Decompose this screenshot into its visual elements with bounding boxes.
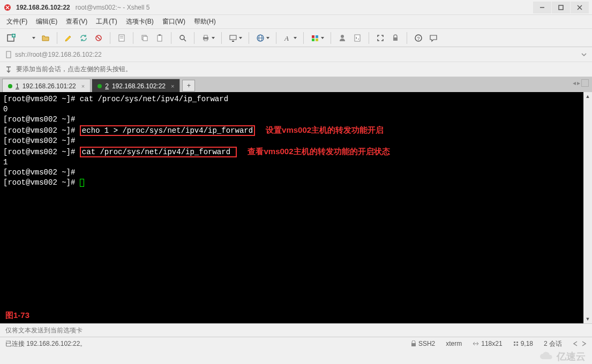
new-session-dropdown-icon[interactable] (20, 32, 32, 44)
tab-num: 2 (105, 82, 109, 90)
svg-text:A: A (284, 34, 289, 42)
menu-window[interactable]: 窗口(W) (162, 17, 185, 26)
help-icon[interactable]: ? (413, 32, 424, 44)
feedback-icon[interactable] (428, 32, 439, 44)
find-icon[interactable] (177, 32, 189, 44)
highlighted-cmd: echo 1 > /proc/sys/net/ipv4/ip_forward (80, 125, 255, 136)
menu-tools[interactable]: 工具(T) (96, 17, 117, 26)
user-icon[interactable] (336, 32, 348, 44)
svg-rect-25 (312, 39, 314, 41)
fullscreen-icon[interactable] (374, 32, 386, 44)
status-bar: 已连接 192.168.26.102:22。 SSH2 xterm 118x21… (0, 337, 592, 350)
tab-next-icon[interactable]: ▸ (577, 79, 580, 87)
tip-text: 要添加当前会话，点击左侧的箭头按钮。 (16, 65, 132, 74)
tip-arrow-icon[interactable] (5, 66, 13, 73)
minimize-button[interactable] (533, 2, 551, 13)
svg-rect-35 (516, 342, 518, 343)
svg-rect-16 (204, 35, 207, 37)
svg-rect-29 (393, 37, 398, 41)
menu-view[interactable]: 查看(V) (66, 17, 87, 26)
svg-rect-34 (514, 342, 515, 343)
cmd: cat /proc/sys/net/ipv4/ip_forward (80, 95, 228, 103)
highlighted-cmd: cat /proc/sys/net/ipv4/ip_forward (80, 147, 237, 157)
close-button[interactable] (571, 2, 589, 13)
print-icon[interactable] (200, 32, 212, 44)
color-icon[interactable] (309, 32, 321, 44)
reconnect-icon[interactable] (78, 32, 89, 44)
tab-num: 1 (16, 82, 19, 90)
scrollbar[interactable]: ▴ ▾ (583, 92, 592, 323)
address-bar: ssh://root@192.168.26.102:22 (0, 47, 592, 62)
svg-rect-12 (159, 34, 161, 36)
menu-file[interactable]: 文件(F) (6, 17, 27, 26)
prompt: [root@vms002 ~]# (3, 126, 80, 135)
terminal[interactable]: [root@vms002 ~]# cat /proc/sys/net/ipv4/… (0, 92, 592, 323)
annotation: 查看vms002主机的转发功能的开启状态 (248, 147, 389, 156)
globe-icon[interactable] (254, 32, 266, 44)
svg-rect-23 (312, 35, 314, 38)
properties-icon[interactable] (116, 32, 128, 44)
highlight-icon[interactable] (63, 32, 74, 44)
session-tab-2[interactable]: 2 192.168.26.102:22 × (92, 79, 180, 93)
svg-text:?: ? (417, 36, 420, 41)
status-term: xterm (446, 340, 462, 347)
window-title-main: 192.168.26.102:22 (16, 4, 70, 11)
bookmark-icon[interactable] (5, 51, 12, 58)
tab-close-icon[interactable]: × (81, 83, 85, 89)
menu-edit[interactable]: 编辑(E) (36, 17, 57, 26)
prompt: [root@vms002 ~]# (3, 168, 80, 177)
tab-list-icon[interactable] (581, 79, 589, 87)
app-icon (3, 3, 12, 12)
prompt: [root@vms002 ~]# (3, 178, 80, 187)
compose-input[interactable] (5, 327, 587, 334)
menu-bar: 文件(F) 编辑(E) 查看(V) 工具(T) 选项卡(B) 窗口(W) 帮助(… (0, 15, 592, 29)
font-icon[interactable]: A (282, 32, 294, 44)
new-session-icon[interactable] (5, 32, 17, 44)
prompt: [root@vms002 ~]# (3, 148, 80, 156)
menu-tabs[interactable]: 选项卡(B) (126, 17, 154, 26)
svg-rect-17 (204, 39, 207, 41)
output: 1 (3, 158, 8, 166)
cursor (80, 179, 84, 187)
maximize-button[interactable] (552, 2, 570, 13)
toolbar: A ? (0, 29, 592, 47)
session-tab-1[interactable]: 1 192.168.26.101:22 × (2, 79, 91, 93)
prompt: [root@vms002 ~]# (3, 95, 80, 103)
figure-label: 图1-73 (5, 310, 29, 320)
svg-rect-10 (143, 36, 147, 41)
status-ssh: SSH2 (411, 340, 435, 347)
tab-prev-icon[interactable]: ◂ (573, 79, 576, 87)
tab-add-button[interactable]: + (182, 80, 195, 92)
copy-icon[interactable] (139, 32, 151, 44)
transfer-icon[interactable] (227, 32, 239, 44)
address-text[interactable]: ssh://root@192.168.26.102:22 (15, 51, 102, 58)
window-title-sub: root@vms002:~ - Xshell 5 (76, 4, 150, 11)
svg-line-14 (184, 39, 186, 41)
script-icon[interactable] (351, 32, 363, 44)
status-pos: 9,18 (513, 340, 533, 347)
scroll-down-icon[interactable]: ▾ (583, 315, 592, 323)
title-bar: 192.168.26.102:22 root@vms002:~ - Xshell… (0, 0, 592, 15)
svg-rect-2 (559, 5, 563, 10)
svg-rect-26 (316, 39, 318, 41)
svg-rect-18 (230, 35, 236, 40)
scroll-up-icon[interactable]: ▴ (583, 92, 592, 101)
annotation: 设置vms002主机的转发功能开启 (266, 125, 384, 134)
status-sessions: 2 会话 (544, 339, 562, 348)
svg-rect-32 (6, 51, 11, 58)
disconnect-icon[interactable] (93, 32, 104, 44)
open-icon[interactable] (40, 32, 51, 44)
menu-help[interactable]: 帮助(H) (194, 17, 216, 26)
svg-rect-33 (411, 343, 416, 346)
tab-close-icon[interactable]: × (171, 83, 174, 89)
status-dot-icon (8, 84, 12, 88)
svg-rect-24 (316, 35, 318, 38)
paste-icon[interactable] (154, 32, 166, 44)
status-dot-icon (98, 84, 102, 88)
svg-point-13 (180, 35, 184, 40)
lock-icon[interactable] (389, 32, 401, 44)
status-connection: 已连接 192.168.26.102:22。 (5, 339, 86, 348)
address-dropdown-icon[interactable] (581, 52, 587, 57)
status-nav-icons[interactable] (573, 341, 587, 346)
output: 0 (3, 105, 8, 113)
